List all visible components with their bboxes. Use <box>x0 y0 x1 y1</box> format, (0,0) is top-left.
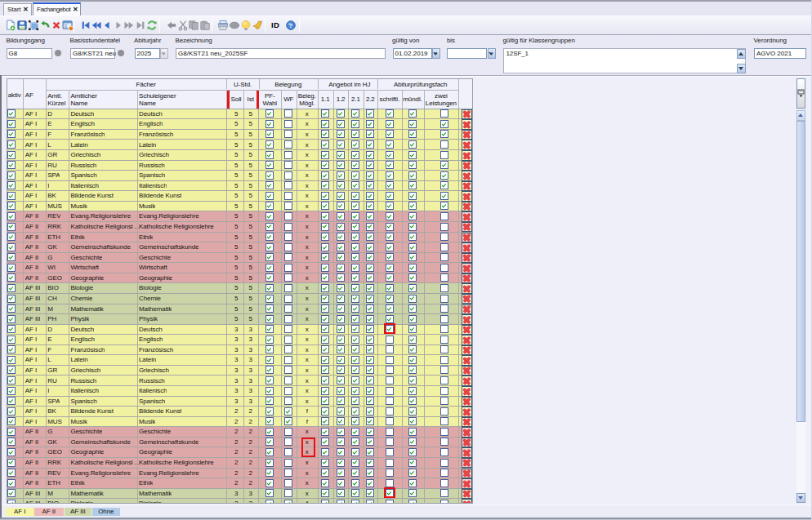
svg-text:?: ? <box>289 22 293 29</box>
